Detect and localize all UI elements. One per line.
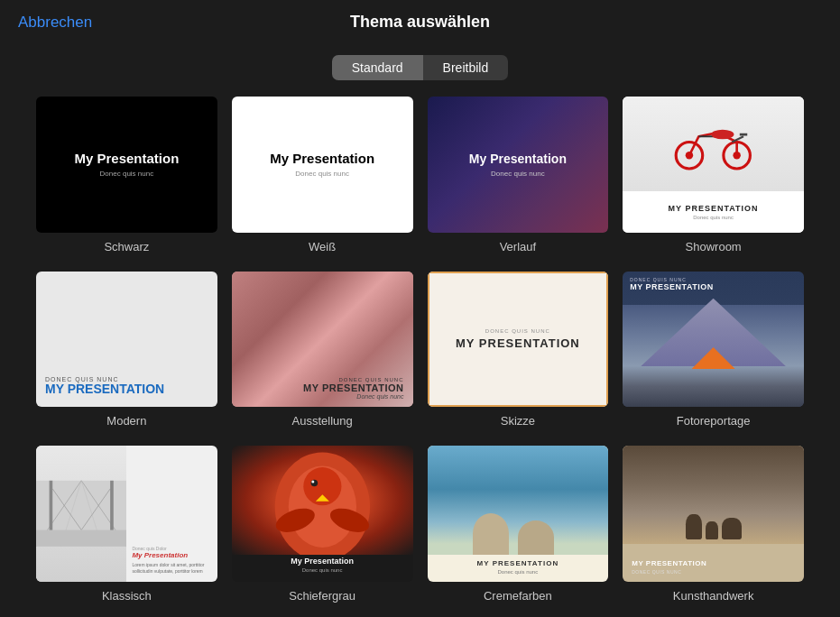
theme-kunsthandwerk[interactable]: MY PRESENTATION DONEC QUIS NUNC Kunsthan… bbox=[623, 446, 804, 603]
klassisch-text: Donec quis Dolor My Presentation Lorem i… bbox=[126, 446, 217, 582]
theme-schwarz[interactable]: My Presentation Donec quis nunc Schwarz bbox=[36, 97, 217, 253]
theme-modern[interactable]: DONEC QUIS NUNC MY PRESENTATION Modern bbox=[36, 272, 217, 428]
header: Abbrechen Thema auswählen bbox=[0, 0, 840, 44]
theme-label-verlauf: Verlauf bbox=[500, 240, 536, 253]
cremefarben-rock2 bbox=[518, 520, 554, 555]
theme-fotoreportage[interactable]: DONEC QUIS NUNC MY PRESENTATION Fotorepo… bbox=[623, 272, 804, 428]
theme-label-schiefergrau: Schiefergrau bbox=[289, 589, 355, 603]
theme-schiefergrau[interactable]: My Presentation Donec quis nunc Schiefer… bbox=[232, 446, 413, 603]
svg-rect-15 bbox=[110, 481, 114, 534]
thumb-verlauf-sub: Donec quis nunc bbox=[491, 170, 545, 178]
thumbnail-ausstellung: DONEC QUIS NUNC MY PRESENTATION Donec qu… bbox=[232, 272, 413, 408]
theme-verlauf[interactable]: My Presentation Donec quis nunc Verlauf bbox=[428, 97, 609, 253]
cancel-button[interactable]: Abbrechen bbox=[18, 14, 92, 32]
thumb-showroom-sub: Donec quis nunc bbox=[693, 215, 734, 220]
thumb-schiefergrau-title: My Presentation bbox=[291, 557, 354, 566]
ausstellung-text: DONEC QUIS NUNC MY PRESENTATION Donec qu… bbox=[303, 377, 403, 400]
schiefergrau-parrot bbox=[232, 446, 413, 554]
klassisch-bridge bbox=[36, 446, 126, 582]
thumb-kunsthandwerk-title: MY PRESENTATION bbox=[632, 559, 706, 567]
thumb-cremefarben-sub: Donec quis nunc bbox=[498, 569, 539, 575]
thumb-showroom-title: MY PRESENTATION bbox=[669, 204, 759, 213]
thumbnail-weiss: My Presentation Donec quis nunc bbox=[232, 97, 413, 233]
theme-label-ausstellung: Ausstellung bbox=[292, 414, 353, 428]
thumb-ausstellung-sub: Donec quis nunc bbox=[303, 393, 403, 400]
theme-label-fotoreportage: Fotoreportage bbox=[677, 414, 751, 428]
showroom-text-area: MY PRESENTATION Donec quis nunc bbox=[623, 191, 804, 232]
fotoreportage-text: DONEC QUIS NUNC MY PRESENTATION bbox=[630, 277, 797, 291]
thumbnail-skizze: DONEC QUIS NUNC MY PRESENTATION bbox=[428, 272, 609, 408]
page-title: Thema auswählen bbox=[350, 13, 490, 32]
cremefarben-rock1 bbox=[473, 513, 509, 554]
segment-standard[interactable]: Standard bbox=[332, 55, 423, 80]
thumbnail-fotoreportage: DONEC QUIS NUNC MY PRESENTATION bbox=[623, 272, 804, 408]
svg-point-21 bbox=[311, 481, 314, 483]
thumbnail-modern: DONEC QUIS NUNC MY PRESENTATION bbox=[36, 272, 217, 408]
thumb-ausstellung-title: MY PRESENTATION bbox=[303, 382, 403, 393]
thumb-skizze-title: MY PRESENTATION bbox=[456, 336, 580, 350]
theme-label-weiss: Weiß bbox=[309, 240, 336, 253]
theme-label-skizze: Skizze bbox=[501, 414, 535, 428]
theme-label-klassisch: Klassisch bbox=[102, 589, 152, 603]
thumb-schiefergrau-sub: Donec quis nunc bbox=[302, 567, 343, 573]
svg-point-2 bbox=[686, 152, 693, 159]
theme-skizze[interactable]: DONEC QUIS NUNC MY PRESENTATION Skizze bbox=[428, 272, 609, 428]
pot-1 bbox=[686, 514, 702, 539]
thumbnail-kunsthandwerk: MY PRESENTATION DONEC QUIS NUNC bbox=[623, 446, 804, 582]
thumbnail-showroom: MY PRESENTATION Donec quis nunc bbox=[623, 97, 804, 233]
kunsthandwerk-pots bbox=[623, 446, 804, 543]
theme-label-schwarz: Schwarz bbox=[104, 240, 149, 253]
theme-cremefarben[interactable]: MY PRESENTATION Donec quis nunc Cremefar… bbox=[428, 446, 609, 603]
thumbnail-klassisch: Donec quis Dolor My Presentation Lorem i… bbox=[36, 446, 217, 582]
thumb-verlauf-title: My Presentation bbox=[469, 152, 567, 166]
thumb-cremefarben-title: MY PRESENTATION bbox=[477, 559, 559, 567]
thumb-weiss-title: My Presentation bbox=[270, 151, 374, 166]
theme-weiss[interactable]: My Presentation Donec quis nunc Weiß bbox=[232, 97, 413, 253]
thumbnail-schwarz: My Presentation Donec quis nunc bbox=[36, 97, 217, 233]
thumb-fotoreportage-title: MY PRESENTATION bbox=[630, 282, 797, 291]
thumb-skizze-small: DONEC QUIS NUNC bbox=[485, 328, 550, 334]
theme-klassisch[interactable]: Donec quis Dolor My Presentation Lorem i… bbox=[36, 446, 217, 603]
themes-grid: My Presentation Donec quis nunc Schwarz … bbox=[0, 97, 840, 617]
segment-breitbild[interactable]: Breitbild bbox=[423, 55, 509, 80]
showroom-bike-area bbox=[623, 97, 804, 191]
svg-point-20 bbox=[310, 480, 318, 487]
thumb-klassisch-sub: Lorem ipsum dolor sit amet, porttitor so… bbox=[132, 562, 211, 575]
kunsthandwerk-text: MY PRESENTATION DONEC QUIS NUNC bbox=[632, 559, 706, 575]
thumb-kunsthandwerk-sub: DONEC QUIS NUNC bbox=[632, 569, 706, 575]
theme-ausstellung[interactable]: DONEC QUIS NUNC MY PRESENTATION Donec qu… bbox=[232, 272, 413, 428]
theme-label-kunsthandwerk: Kunsthandwerk bbox=[673, 589, 754, 603]
thumb-modern-title: MY PRESENTATION bbox=[45, 382, 164, 396]
thumb-weiss-sub: Donec quis nunc bbox=[295, 170, 349, 178]
pot-2 bbox=[706, 521, 718, 539]
thumb-klassisch-title: My Presentation bbox=[132, 551, 211, 559]
pot-3 bbox=[722, 518, 742, 539]
svg-rect-16 bbox=[36, 530, 126, 547]
svg-rect-14 bbox=[50, 481, 53, 534]
theme-label-modern: Modern bbox=[106, 414, 146, 428]
theme-label-showroom: Showroom bbox=[686, 240, 742, 253]
view-mode-segment: Standard Breitbild bbox=[0, 55, 840, 80]
thumbnail-cremefarben: MY PRESENTATION Donec quis nunc bbox=[428, 446, 609, 582]
thumb-schwarz-title: My Presentation bbox=[74, 151, 179, 166]
thumbnail-verlauf: My Presentation Donec quis nunc bbox=[428, 97, 609, 233]
thumb-schwarz-sub: Donec quis nunc bbox=[100, 170, 154, 178]
thumbnail-schiefergrau: My Presentation Donec quis nunc bbox=[232, 446, 413, 582]
theme-showroom[interactable]: MY PRESENTATION Donec quis nunc Showroom bbox=[623, 97, 804, 253]
svg-point-4 bbox=[712, 130, 734, 140]
theme-label-cremefarben: Cremefarben bbox=[484, 589, 552, 603]
